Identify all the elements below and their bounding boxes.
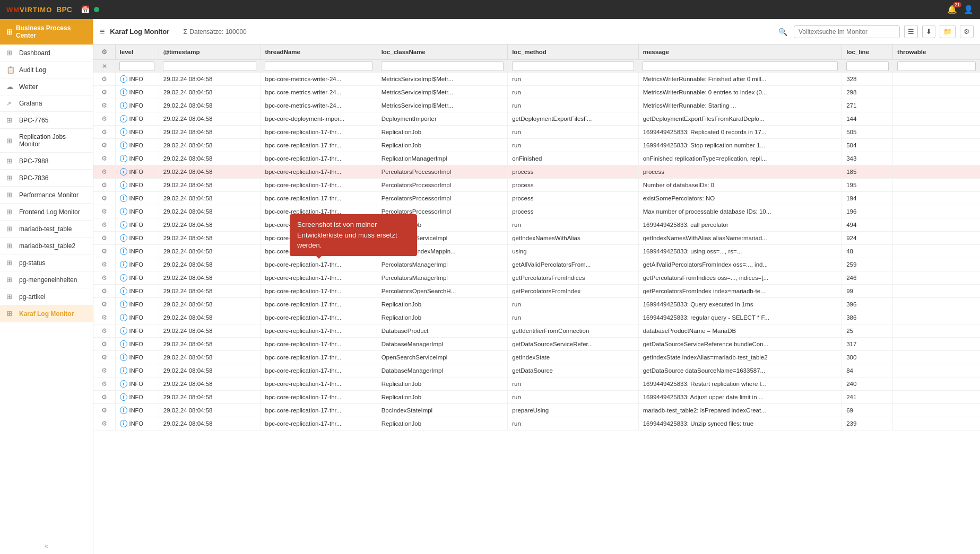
sidebar-item-mariadb-test[interactable]: ⊞ mariadb-test_table bbox=[0, 221, 93, 238]
filter-throwable-input[interactable] bbox=[897, 61, 976, 71]
table-row[interactable]: ⚙ i INFO 29.02.24 08:04:58 bpc-core-repl… bbox=[93, 165, 980, 179]
col-throwable-header[interactable]: throwable bbox=[893, 45, 980, 60]
table-row[interactable]: ⚙ i INFO 29.02.24 08:04:58 bpc-core-repl… bbox=[93, 139, 980, 152]
row-gear-cell[interactable]: ⚙ bbox=[93, 377, 115, 391]
row-gear-cell[interactable]: ⚙ bbox=[93, 324, 115, 338]
row-gear-cell[interactable]: ⚙ bbox=[93, 192, 115, 205]
filter-timestamp-cell bbox=[159, 60, 261, 73]
table-row[interactable]: ⚙ i INFO 29.02.24 08:04:58 bpc-core-metr… bbox=[93, 99, 980, 112]
filter-classname-input[interactable] bbox=[381, 61, 504, 71]
row-gear-cell[interactable]: ⚙ bbox=[93, 179, 115, 192]
row-gear-cell[interactable]: ⚙ bbox=[93, 126, 115, 139]
sidebar-item-pg-mengen[interactable]: ⊞ pg-mengeneinheiten bbox=[0, 271, 93, 288]
table-row[interactable]: ⚙ i INFO 29.02.24 08:04:58 bpc-core-repl… bbox=[93, 324, 980, 338]
row-gear-cell[interactable]: ⚙ bbox=[93, 285, 115, 298]
sidebar-item-wetter[interactable]: ☁ Wetter bbox=[0, 78, 93, 95]
table-row[interactable]: ⚙ i INFO 29.02.24 08:04:58 bpc-core-repl… bbox=[93, 417, 980, 430]
user-icon[interactable]: 👤 bbox=[964, 5, 974, 14]
filter-line-input[interactable] bbox=[846, 61, 889, 71]
sidebar-item-frontend-log[interactable]: ⊞ Frontend Log Monitor bbox=[0, 204, 93, 221]
table-row[interactable]: ⚙ i INFO 29.02.24 08:04:58 bpc-core-repl… bbox=[93, 364, 980, 377]
download-button[interactable]: ⬇ bbox=[922, 25, 935, 38]
row-gear-cell[interactable]: ⚙ bbox=[93, 258, 115, 271]
settings-button[interactable]: ⚙ bbox=[960, 25, 974, 38]
row-gear-cell[interactable]: ⚙ bbox=[93, 139, 115, 152]
row-gear-cell[interactable]: ⚙ bbox=[93, 99, 115, 112]
table-row[interactable]: ⚙ i INFO 29.02.24 08:04:58 bpc-core-repl… bbox=[93, 338, 980, 351]
table-row[interactable]: ⚙ i INFO 29.02.24 08:04:58 bpc-core-repl… bbox=[93, 218, 980, 232]
row-gear-cell[interactable]: ⚙ bbox=[93, 298, 115, 311]
col-level-header[interactable]: level bbox=[115, 45, 159, 60]
table-row[interactable]: ⚙ i INFO 29.02.24 08:04:58 bpc-core-repl… bbox=[93, 126, 980, 139]
row-gear-cell[interactable]: ⚙ bbox=[93, 245, 115, 258]
table-row[interactable]: ⚙ i INFO 29.02.24 08:04:58 bpc-core-metr… bbox=[93, 73, 980, 86]
filter-method-input[interactable] bbox=[512, 61, 635, 71]
row-gear-cell[interactable]: ⚙ bbox=[93, 232, 115, 245]
table-row[interactable]: ⚙ i INFO 29.02.24 08:04:58 bpc-core-repl… bbox=[93, 258, 980, 271]
row-line-cell: 924 bbox=[842, 232, 893, 245]
row-gear-cell[interactable]: ⚙ bbox=[93, 86, 115, 99]
table-row[interactable]: ⚙ i INFO 29.02.24 08:04:58 bpc-core-repl… bbox=[93, 298, 980, 311]
row-gear-cell[interactable]: ⚙ bbox=[93, 165, 115, 179]
row-gear-cell[interactable]: ⚙ bbox=[93, 73, 115, 86]
sidebar-item-replication-jobs[interactable]: ⊞ Replication Jobs Monitor bbox=[0, 129, 93, 153]
table-row[interactable]: ⚙ i INFO 29.02.24 08:04:58 bpc-core-repl… bbox=[93, 391, 980, 404]
filter-message-input[interactable] bbox=[643, 61, 838, 71]
row-gear-cell[interactable]: ⚙ bbox=[93, 417, 115, 430]
filter-level-input[interactable] bbox=[119, 61, 154, 71]
row-gear-cell[interactable]: ⚙ bbox=[93, 205, 115, 218]
notification-bell[interactable]: 🔔 21 👤 bbox=[947, 5, 974, 14]
table-row[interactable]: ⚙ i INFO 29.02.24 08:04:58 bpc-core-repl… bbox=[93, 232, 980, 245]
table-row[interactable]: ⚙ i INFO 29.02.24 08:04:58 bpc-core-metr… bbox=[93, 86, 980, 99]
col-timestamp-header[interactable]: @timestamp bbox=[159, 45, 261, 60]
table-row[interactable]: ⚙ i INFO 29.02.24 08:04:58 bpc-core-repl… bbox=[93, 192, 980, 205]
folder-button[interactable]: 📁 bbox=[940, 25, 956, 38]
col-method-header[interactable]: loc_method bbox=[508, 45, 639, 60]
table-row[interactable]: ⚙ i INFO 29.02.24 08:04:58 bpc-core-repl… bbox=[93, 152, 980, 165]
col-classname-header[interactable]: loc_className bbox=[377, 45, 508, 60]
search-input[interactable] bbox=[794, 25, 900, 38]
col-line-header[interactable]: loc_line bbox=[842, 45, 893, 60]
row-gear-cell[interactable]: ⚙ bbox=[93, 218, 115, 232]
search-toggle-button[interactable]: 🔍 bbox=[776, 25, 790, 38]
filter-thread-input[interactable] bbox=[265, 61, 372, 71]
row-gear-cell[interactable]: ⚙ bbox=[93, 338, 115, 351]
sidebar-item-pg-artikel[interactable]: ⊞ pg-artikel bbox=[0, 288, 93, 305]
sidebar-item-bpc7836[interactable]: ⊞ BPC-7836 bbox=[0, 170, 93, 187]
row-gear-cell[interactable]: ⚙ bbox=[93, 271, 115, 285]
sidebar-item-bpc7988[interactable]: ⊞ BPC-7988 bbox=[0, 153, 93, 170]
table-row[interactable]: ⚙ i INFO 29.02.24 08:04:58 bpc-core-repl… bbox=[93, 271, 980, 285]
sidebar-item-karaf[interactable]: ⊞ Karaf Log Monitor bbox=[0, 305, 93, 322]
table-row[interactable]: ⚙ i INFO 29.02.24 08:04:58 bpc-core-repl… bbox=[93, 245, 980, 258]
table-row[interactable]: ⚙ i INFO 29.02.24 08:04:58 bpc-core-repl… bbox=[93, 311, 980, 324]
row-gear-cell[interactable]: ⚙ bbox=[93, 364, 115, 377]
row-gear-cell[interactable]: ⚙ bbox=[93, 311, 115, 324]
table-row[interactable]: ⚙ i INFO 29.02.24 08:04:58 bpc-core-repl… bbox=[93, 377, 980, 391]
filter-timestamp-input[interactable] bbox=[163, 61, 256, 71]
col-thread-header[interactable]: threadName bbox=[261, 45, 377, 60]
table-row[interactable]: ⚙ i INFO 29.02.24 08:04:58 bpc-core-repl… bbox=[93, 404, 980, 417]
calendar-icon[interactable]: 📅 bbox=[81, 5, 90, 14]
table-row[interactable]: ⚙ i INFO 29.02.24 08:04:58 bpc-core-repl… bbox=[93, 351, 980, 364]
sidebar-item-audit-log[interactable]: 📋 Audit Log bbox=[0, 61, 93, 78]
table-row[interactable]: ⚙ i INFO 29.02.24 08:04:58 bpc-core-repl… bbox=[93, 205, 980, 218]
sidebar-item-performance[interactable]: ⊞ Performance Monitor bbox=[0, 187, 93, 204]
row-gear-cell[interactable]: ⚙ bbox=[93, 351, 115, 364]
col-message-header[interactable]: message bbox=[638, 45, 842, 60]
list-view-button[interactable]: ☰ bbox=[904, 25, 918, 38]
row-gear-cell[interactable]: ⚙ bbox=[93, 112, 115, 126]
table-row[interactable]: ⚙ i INFO 29.02.24 08:04:58 bpc-core-repl… bbox=[93, 179, 980, 192]
sidebar-item-bpc7765[interactable]: ⊞ BPC-7765 bbox=[0, 112, 93, 129]
sidebar-item-mariadb-test2[interactable]: ⊞ mariadb-test_table2 bbox=[0, 238, 93, 254]
table-row[interactable]: ⚙ i INFO 29.02.24 08:04:58 bpc-core-depl… bbox=[93, 112, 980, 126]
table-row[interactable]: ⚙ i INFO 29.02.24 08:04:58 bpc-core-repl… bbox=[93, 285, 980, 298]
row-gear-cell[interactable]: ⚙ bbox=[93, 152, 115, 165]
sidebar-collapse-button[interactable]: « bbox=[0, 538, 93, 554]
filter-settings-cell[interactable]: ✕ bbox=[93, 60, 115, 73]
sidebar-item-dashboard[interactable]: ⊞ Dashboard bbox=[0, 45, 93, 61]
sidebar-item-grafana[interactable]: ↗ Grafana bbox=[0, 95, 93, 112]
row-gear-cell[interactable]: ⚙ bbox=[93, 391, 115, 404]
col-settings-header[interactable]: ⚙ bbox=[93, 45, 115, 60]
sidebar-item-pg-status[interactable]: ⊞ pg-status bbox=[0, 254, 93, 271]
row-gear-cell[interactable]: ⚙ bbox=[93, 404, 115, 417]
